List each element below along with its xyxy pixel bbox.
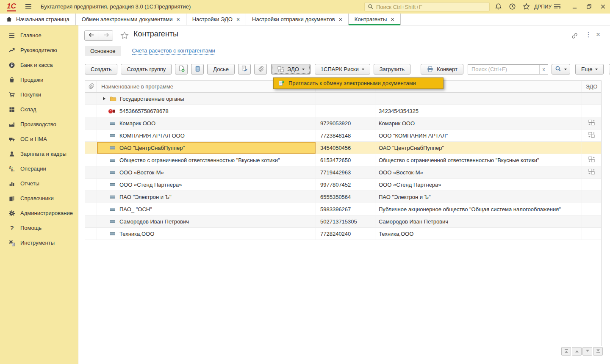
table-row[interactable]: ПАО_ "ОСН"5983396267Публичное акционерно… — [85, 203, 601, 215]
fullname-cell[interactable]: Общество с ограниченной ответственностью… — [375, 154, 582, 166]
edo-cell[interactable] — [582, 154, 601, 166]
fullname-cell[interactable]: Комарик ООО — [375, 117, 582, 129]
table-row[interactable]: Общество с ограниченной ответственностью… — [85, 154, 601, 166]
edo-button[interactable]: ЭДО — [271, 64, 311, 74]
edo-cell[interactable] — [582, 228, 601, 240]
tab-close-icon[interactable]: × — [236, 17, 240, 22]
user-name[interactable]: ДРПИУ — [534, 4, 552, 10]
sidebar-item-bank[interactable]: Банк и касса — [0, 58, 78, 72]
name-cell[interactable]: ПАО "Электрон и Ъ" — [97, 191, 316, 203]
global-search[interactable] — [364, 2, 490, 11]
window-tab[interactable]: Начальная страница — [0, 14, 76, 25]
table-row[interactable]: ПАО "Электрон и Ъ"6555350564ПАО "Электро… — [85, 191, 601, 203]
name-cell[interactable]: ОАО "ЦентрСнабПуппер" — [97, 142, 316, 154]
sidebar-item-main[interactable]: Главное — [0, 28, 78, 43]
fullname-cell[interactable]: Техника,ООО — [375, 228, 582, 240]
add-favorite-star-icon[interactable] — [120, 31, 129, 41]
table-row[interactable]: ООО «Восток-М»7719442963ООО «Восток-М» — [85, 166, 601, 179]
name-cell[interactable]: Комарик ООО — [97, 117, 316, 129]
window-tab[interactable]: Настройки отправки документов× — [246, 14, 349, 25]
fullname-cell[interactable]: ООО "КОМПАНИЯ АРТАЛ" — [375, 130, 582, 141]
forward-button[interactable] — [99, 31, 113, 40]
go-last-button[interactable] — [593, 347, 603, 356]
get-link-icon[interactable] — [571, 32, 578, 41]
table-row[interactable]: Комарик ООО9729053920Комарик ООО — [85, 117, 601, 130]
list-search-input[interactable] — [468, 66, 539, 72]
fullname-cell[interactable]: ООО «Восток-М» — [375, 166, 582, 178]
search-options-button[interactable] — [552, 64, 570, 74]
name-cell[interactable]: 5453665758678678 — [97, 105, 316, 117]
sidebar-item-operations[interactable]: ДтКтОперации — [0, 161, 78, 176]
notifications-icon[interactable] — [495, 3, 502, 11]
edo-cell[interactable] — [582, 105, 601, 117]
sidebar-item-help[interactable]: ?Помощь — [0, 221, 78, 235]
name-cell[interactable]: КОМПАНИЯ АРТАЛ ООО — [97, 130, 316, 141]
name-cell[interactable]: Техника,ООО — [97, 228, 316, 240]
name-cell[interactable]: ПАО_ "ОСН" — [97, 203, 316, 215]
inn-cell[interactable]: 6153472650 — [316, 154, 375, 166]
inn-cell[interactable]: 7719442963 — [316, 166, 375, 178]
attachments-button[interactable] — [254, 64, 267, 74]
fullname-cell[interactable]: ООО «Стенд Партнера» — [375, 179, 582, 190]
edo-cell[interactable] — [582, 179, 601, 190]
window-tab[interactable]: Обмен электронными документами× — [76, 14, 186, 25]
fullname-cell[interactable]: Публичное акционерное общество "Общая си… — [375, 203, 582, 215]
inn-cell[interactable]: 7723848148 — [316, 130, 375, 141]
envelope-button[interactable]: Конверт — [421, 64, 463, 74]
sidebar-item-purchases[interactable]: Покупки — [0, 87, 78, 102]
name-cell[interactable]: Государственные органы — [97, 93, 316, 105]
list-settings-button[interactable] — [191, 64, 204, 74]
edo-cell[interactable] — [582, 166, 601, 178]
table-row[interactable]: Самородов Иван Петрович502713715305Самор… — [85, 215, 601, 228]
name-cell[interactable]: ООО «Восток-М» — [97, 166, 316, 178]
inn-cell[interactable]: 502713715305 — [316, 215, 375, 227]
table-row[interactable]: ОАО "ЦентрСнабПуппер"3454050456ОАО "Цент… — [85, 142, 601, 154]
sidebar-item-sales[interactable]: Продажи — [0, 72, 78, 87]
inn-cell[interactable]: 9729053920 — [316, 117, 375, 129]
edo-cell[interactable] — [582, 117, 601, 129]
clear-search-icon[interactable]: x — [539, 65, 548, 74]
inn-cell[interactable]: 3454050456 — [316, 142, 375, 154]
history-icon[interactable] — [509, 3, 516, 11]
more-button[interactable]: Еще — [575, 64, 604, 74]
back-button[interactable] — [85, 31, 99, 40]
inn-cell[interactable] — [316, 105, 375, 117]
name-cell[interactable]: Самородов Иван Петрович — [97, 215, 316, 227]
menu-item-invite[interactable]: Пригласить к обмену электронными докумен… — [288, 80, 416, 86]
inn-cell[interactable]: 5983396267 — [316, 203, 375, 215]
edo-cell[interactable] — [582, 191, 601, 203]
copy-document-button[interactable] — [238, 64, 251, 74]
tab-close-icon[interactable]: × — [177, 17, 180, 22]
go-first-button[interactable] — [561, 347, 571, 356]
page-up-button[interactable] — [572, 347, 582, 356]
edo-cell[interactable] — [582, 130, 601, 141]
main-menu-icon[interactable] — [25, 3, 32, 11]
service-menu-icon[interactable] — [553, 3, 561, 11]
edo-column-header[interactable]: ЭДО — [582, 81, 601, 92]
attachment-column-header[interactable] — [85, 81, 97, 92]
sidebar-item-production[interactable]: Производство — [0, 117, 78, 132]
sidebar-item-warehouse[interactable]: Склад — [0, 102, 78, 117]
tab-close-icon[interactable]: × — [391, 17, 394, 22]
sidebar-item-directories[interactable]: Справочники — [0, 191, 78, 206]
edo-cell[interactable] — [582, 203, 601, 215]
more-menu-icon[interactable]: ⋮ — [585, 30, 592, 39]
new-document-button[interactable] — [175, 64, 188, 74]
list-search[interactable]: x — [468, 64, 548, 74]
create-group-button[interactable]: Создать группу — [121, 64, 172, 74]
sidebar-item-reports[interactable]: Отчеты — [0, 176, 78, 191]
table-row[interactable]: ООО «Стенд Партнера»9977807452ООО «Стенд… — [85, 179, 601, 191]
name-cell[interactable]: ООО «Стенд Партнера» — [97, 179, 316, 190]
sidebar-item-os-nma[interactable]: ОС и НМА — [0, 132, 78, 146]
minimize-icon[interactable] — [572, 4, 577, 11]
sidebar-item-salary[interactable]: Зарплата и кадры — [0, 146, 78, 161]
close-window-icon[interactable] — [600, 4, 606, 11]
window-tab[interactable]: Настройки ЭДО× — [186, 14, 246, 25]
sidebar-item-manager[interactable]: Руководителю — [0, 43, 78, 58]
table-row[interactable]: Техника,ООО7728240240Техника,ООО — [85, 228, 601, 240]
inn-cell[interactable]: 7728240240 — [316, 228, 375, 240]
dossier-button[interactable]: Досье — [207, 64, 235, 74]
edo-cell[interactable] — [582, 93, 601, 105]
name-cell[interactable]: Общество с ограниченной ответственностью… — [97, 154, 316, 166]
table-row[interactable]: 54536657586786783423454354325 — [85, 105, 601, 117]
